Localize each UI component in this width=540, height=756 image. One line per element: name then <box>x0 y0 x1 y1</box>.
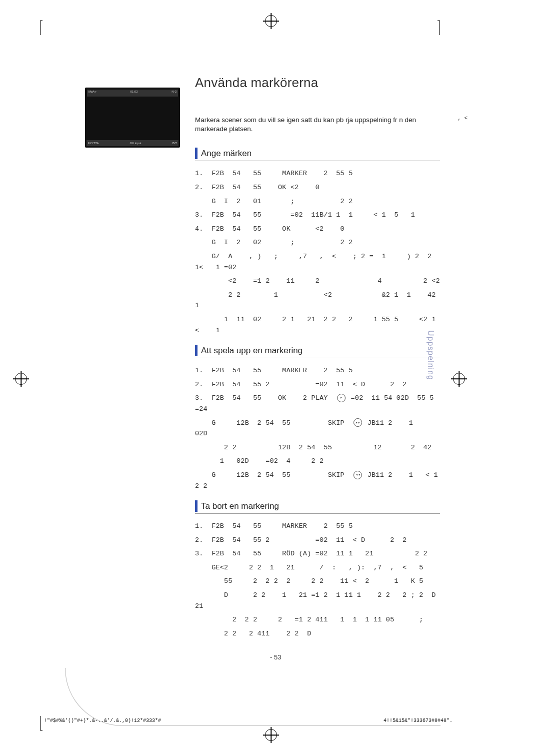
main-column: Använda markörerna Markera scener som du… <box>195 75 440 642</box>
page-curve <box>65 668 440 726</box>
crop-mark-tl <box>40 20 42 35</box>
step-line: 2. F2B 54 55 2 =02 11 < D 2 2 <box>195 535 440 546</box>
thumb-bot-left: FLYTTA <box>88 142 98 145</box>
skip-fwd-icon: ▸▸ <box>354 418 362 427</box>
registration-mark-left <box>15 373 27 385</box>
play-icon: ▸ <box>337 394 346 402</box>
registration-mark-bottom <box>265 729 277 741</box>
thumb-top-left: MpA r <box>88 90 96 96</box>
step-line: 2. F2B 54 55 2 =02 11 < D 2 2 <box>195 379 440 390</box>
footer-left: !"#$#%&'()"#+)*.&-..&'/.&.,0)!12*#333*# <box>44 718 161 723</box>
step-line: 3. F2B 54 55 =02 11B/1 1 1 < 1 5 1 <box>195 210 440 221</box>
step-line: G 12B 2 54 55 SKIP ▸▸ JB11 2 1 02D <box>195 418 440 439</box>
step-line: G I 2 01 ; 2 2 <box>195 196 440 207</box>
skip-back-icon: ◂◂ <box>354 471 362 479</box>
thumb-bot-right: B/T <box>172 142 177 145</box>
step-line: 3. F2B 54 55 RÖD (A) =02 11 1 21 2 2 <box>195 548 440 559</box>
step-line: G/ A , ) ; ,7 , < ; 2 = 1 ) 2 2 1< 1 =02 <box>195 251 440 273</box>
step-line: 2 2 2 2 =1 2 411 1 1 1 11 05 ; <box>195 614 440 625</box>
step-line: 1 11 02 2 1 21 2 2 2 1 55 5 <2 1 < 1 <box>195 314 440 336</box>
page-number: - 53 <box>270 653 281 661</box>
section-heading: Att spela upp en markering <box>195 345 440 358</box>
step-line: G 12B 2 54 55 SKIP ◂◂ JB11 2 1 < 1 2 2 <box>195 470 440 491</box>
step-line: 1. F2B 54 55 MARKER 2 55 5 <box>195 521 440 532</box>
registration-mark-right <box>453 373 465 385</box>
step-line: 2 2 12B 2 54 55 12 2 42 <box>195 442 440 453</box>
crop-mark-bl <box>40 716 42 731</box>
step-line: D 2 2 1 21 =1 2 1 11 1 2 2 2 ; 2 D 21 <box>195 590 440 611</box>
step-line: 1 02D =02 4 2 2 <box>195 456 440 467</box>
footer-right: 4!!5&15&*!333673#8#48*. <box>384 718 452 723</box>
side-tab-label: Uppspelning <box>426 330 435 380</box>
step-line: GE<2 2 2 1 21 / : , ): ,7 , < 5 <box>195 562 440 573</box>
step-line: 1. F2B 54 55 MARKER 2 55 5 <box>195 365 440 376</box>
step-line: 4. F2B 54 55 OK <2 0 <box>195 224 440 235</box>
step-line: G I 2 02 ; 2 2 <box>195 237 440 248</box>
section-heading: Ange märken <box>195 148 440 161</box>
step-line: 3. F2B 54 55 OK 2 PLAY ▸ =02 11 54 02D 5… <box>195 393 440 414</box>
crop-mark-tr <box>438 20 440 35</box>
intro-text: Markera scener som du vill se igen satt … <box>195 116 440 134</box>
corner-glyph: , < <box>458 115 468 121</box>
thumb-top-right: N-2 <box>172 90 176 96</box>
step-line: 1. F2B 54 55 MARKER 2 55 5 <box>195 168 440 179</box>
registration-mark-top <box>265 15 277 27</box>
thumb-top-mid: 01:02 <box>130 90 138 96</box>
step-line: 55 2 2 2 2 2 2 11 < 2 1 K 5 <box>195 576 440 587</box>
step-line: 2. F2B 54 55 OK <2 0 <box>195 182 440 193</box>
sections-container: Ange märken1. F2B 54 55 MARKER 2 55 52. … <box>195 148 440 639</box>
section-heading: Ta bort en markering <box>195 500 440 514</box>
step-line: 2 2 1 <2 &2 1 1 42 1 <box>195 290 440 311</box>
ui-screenshot-thumb: MpA r 01:02 N-2 FLYTTA OK input B/T <box>85 88 180 148</box>
thumb-bot-mid: OK input <box>130 142 141 145</box>
step-line: <2 =1 2 11 2 4 2 <2 <box>195 276 440 287</box>
page-title: Använda markörerna <box>195 75 440 91</box>
step-line: 2 2 2 411 2 2 D <box>195 628 440 639</box>
